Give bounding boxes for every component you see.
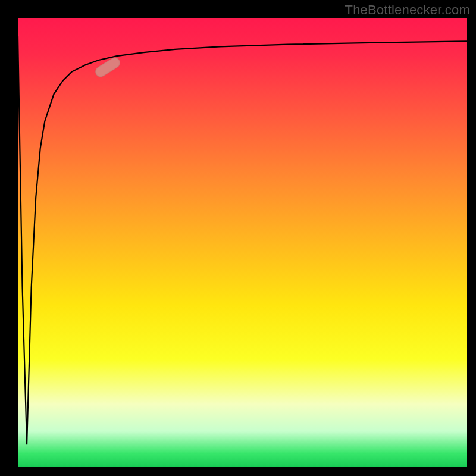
watermark-label: TheBottlenecker.com bbox=[345, 2, 470, 18]
bottleneck-curve-path bbox=[18, 36, 467, 444]
plot-area bbox=[18, 18, 467, 467]
highlight-marker bbox=[93, 55, 123, 79]
chart-svg bbox=[18, 18, 467, 467]
chart-frame: TheBottlenecker.com bbox=[0, 0, 476, 476]
